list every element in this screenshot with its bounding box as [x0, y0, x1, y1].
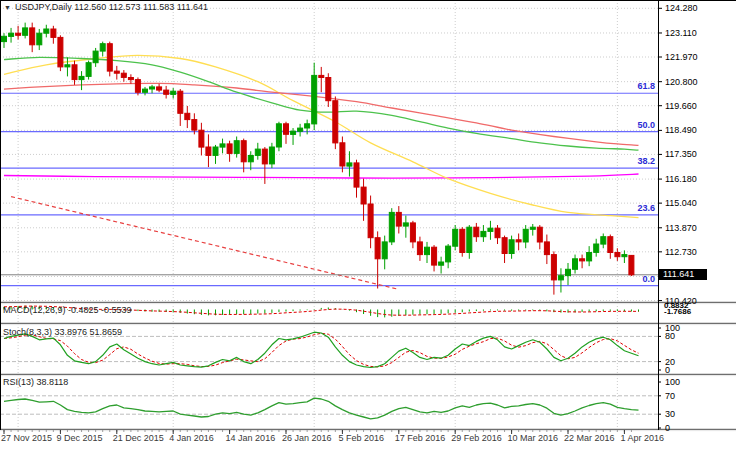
stoch-indicator-label: Stoch(8,3,3) 33.8976 51.8659: [3, 327, 122, 337]
date-axis-label: 10 Mar 2016: [508, 433, 559, 443]
date-axis-label: 1 Apr 2016: [620, 433, 664, 443]
date-axis-label: 5 Feb 2016: [338, 433, 384, 443]
date-axis-label: 27 Nov 2015: [1, 433, 52, 443]
symbol-dropdown-icon[interactable]: ▼: [4, 3, 11, 13]
rsi-axis-label: 0: [665, 423, 670, 433]
rsi-indicator-label: RSI(13) 38.8118: [3, 377, 68, 387]
price-axis-label: 116.180: [665, 174, 697, 184]
date-axis-label: 14 Jan 2016: [226, 433, 276, 443]
stoch-axis-label: 0: [665, 365, 670, 375]
fib-level-label: 61.8: [637, 81, 655, 91]
mt4-chart-window: ▼ USDJPY,Daily 112.560 112.573 111.583 1…: [0, 0, 736, 459]
rsi-axis-label: 30: [665, 409, 675, 419]
price-axis-label: 117.350: [665, 149, 697, 159]
price-axis-label: 119.660: [665, 101, 697, 111]
price-axis-label: 113.870: [665, 223, 697, 233]
date-axis-label: 9 Dec 2015: [56, 433, 102, 443]
current-price-tag: 111.641: [659, 269, 707, 280]
price-axis-label: 120.800: [665, 77, 698, 87]
price-axis-label: 118.490: [665, 125, 697, 135]
price-axis-label: 112.730: [665, 247, 697, 257]
macd-axis-label: -1.7686: [664, 307, 691, 317]
date-axis-label: 4 Jan 2016: [169, 433, 214, 443]
price-axis-label: 124.280: [665, 3, 698, 13]
macd-indicator-label: MACD(12,26,9) -0.4825 -0.5539: [3, 305, 132, 315]
date-axis-label: 29 Feb 2016: [451, 433, 502, 443]
date-axis-label: 21 Dec 2015: [113, 433, 164, 443]
date-axis-label: 22 Mar 2016: [564, 433, 615, 443]
stoch-axis-label: 80: [665, 331, 675, 341]
price-axis-label: 123.110: [665, 28, 697, 38]
date-axis-label: 17 Feb 2016: [395, 433, 446, 443]
fib-level-label: 50.0: [637, 120, 655, 130]
fib-level-label: 38.2: [637, 156, 655, 166]
chart-title-ohlc: USDJPY,Daily 112.560 112.573 111.583 111…: [15, 2, 208, 12]
fib-level-label: 23.6: [637, 203, 655, 213]
date-axis-label: 26 Jan 2016: [282, 433, 332, 443]
rsi-axis-label: 100: [665, 377, 680, 387]
chart-canvas[interactable]: [0, 0, 736, 459]
price-axis-label: 115.040: [665, 198, 697, 208]
price-axis-label: 121.970: [665, 52, 698, 62]
fib-level-label: 0.0: [642, 274, 655, 284]
rsi-axis-label: 70: [665, 391, 675, 401]
